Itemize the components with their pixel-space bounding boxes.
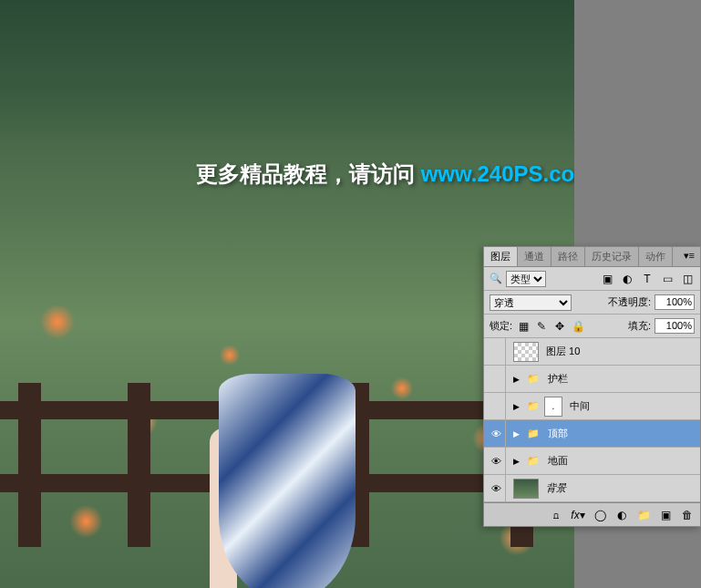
delete-layer-icon[interactable]: 🗑 (680, 508, 695, 522)
type-filter-icon[interactable]: T (640, 272, 655, 286)
person-decoration (182, 264, 365, 588)
layer-row[interactable]: 👁 ▶ 📁 地面 (484, 448, 700, 475)
layer-mask-thumb[interactable]: . (544, 397, 562, 417)
opacity-value[interactable]: 100% (655, 294, 695, 310)
fill-label: 填充: (628, 319, 651, 333)
fill-value[interactable]: 100% (655, 318, 695, 334)
smart-filter-icon[interactable]: ◫ (680, 272, 695, 286)
tab-history[interactable]: 历史记录 (585, 247, 639, 266)
visibility-toggle[interactable]: 👁 (488, 475, 506, 502)
folder-icon: 📁 (526, 373, 541, 386)
opacity-label: 不透明度: (608, 295, 651, 309)
add-mask-icon[interactable]: ◯ (593, 508, 607, 522)
watermark-text: 更多精品教程，请访问 www.240PS.com (196, 160, 574, 189)
filter-row: 🔍 类型 ▣ ◐ T ▭ ◫ (484, 267, 700, 291)
layer-name[interactable]: 地面 (544, 454, 568, 468)
filter-type-select[interactable]: 类型 (506, 271, 546, 287)
watermark-link[interactable]: www.240PS.com (421, 161, 574, 186)
folder-icon: 📁 (526, 428, 541, 440)
tab-paths[interactable]: 路径 (552, 247, 585, 266)
expand-icon[interactable]: ▶ (513, 375, 522, 384)
layer-name[interactable]: 背景 (542, 481, 566, 495)
panel-tabs: 图层 通道 路径 历史记录 动作 ▾≡ (484, 247, 700, 267)
visibility-toggle[interactable]: 👁 (488, 448, 506, 475)
new-layer-icon[interactable]: ▣ (658, 508, 673, 522)
panel-menu-icon[interactable]: ▾≡ (678, 247, 700, 266)
shape-filter-icon[interactable]: ▭ (660, 272, 675, 286)
layer-name[interactable]: 护栏 (544, 372, 568, 386)
lock-row: 锁定: ▦ ✎ ✥ 🔒 填充: 100% (484, 315, 700, 338)
layers-list: 图层 10 ▶ 📁 护栏 ▶ 📁 . 中间 👁 ▶ 📁 顶部 👁 ▶ 📁 地面 (484, 338, 700, 502)
layer-name[interactable]: 顶部 (544, 427, 568, 440)
expand-icon[interactable]: ▶ (513, 429, 522, 438)
adjustment-filter-icon[interactable]: ◐ (620, 272, 634, 286)
layer-row[interactable]: 👁 ▶ 📁 顶部 (484, 420, 700, 448)
new-group-icon[interactable]: 📁 (636, 508, 651, 522)
watermark-prefix: 更多精品教程，请访问 (196, 161, 421, 186)
layer-row[interactable]: 图层 10 (484, 338, 700, 366)
image-filter-icon[interactable]: ▣ (600, 272, 614, 286)
tab-layers[interactable]: 图层 (484, 247, 518, 266)
blend-mode-select[interactable]: 穿透 (490, 294, 572, 311)
layer-row[interactable]: 👁 背景 (484, 475, 700, 502)
search-type-icon: 🔍 (490, 273, 502, 285)
blend-row: 穿透 不透明度: 100% (484, 291, 700, 315)
expand-icon[interactable]: ▶ (513, 402, 522, 411)
visibility-toggle[interactable] (488, 366, 506, 393)
layer-row[interactable]: ▶ 📁 . 中间 (484, 393, 700, 420)
lock-position-icon[interactable]: ✥ (552, 319, 567, 334)
visibility-toggle[interactable]: 👁 (488, 420, 506, 448)
lock-label: 锁定: (490, 319, 512, 333)
tab-channels[interactable]: 通道 (518, 247, 552, 266)
layer-name[interactable]: 中间 (566, 399, 590, 413)
lock-transparency-icon[interactable]: ▦ (516, 319, 531, 334)
layer-name[interactable]: 图层 10 (542, 345, 580, 358)
visibility-toggle[interactable] (488, 338, 506, 366)
lock-all-icon[interactable]: 🔒 (571, 319, 585, 334)
layer-effects-icon[interactable]: fx▾ (571, 508, 585, 522)
lock-pixels-icon[interactable]: ✎ (534, 319, 549, 334)
folder-icon: 📁 (526, 400, 541, 413)
tab-actions[interactable]: 动作 (639, 247, 673, 266)
layer-row[interactable]: ▶ 📁 护栏 (484, 366, 700, 393)
expand-icon[interactable]: ▶ (513, 457, 522, 466)
visibility-toggle[interactable] (488, 393, 506, 420)
link-layers-icon[interactable]: ⩍ (549, 508, 563, 522)
new-adjustment-icon[interactable]: ◐ (614, 508, 629, 522)
layers-bottom-bar: ⩍ fx▾ ◯ ◐ 📁 ▣ 🗑 (484, 502, 700, 526)
folder-icon: 📁 (526, 455, 541, 468)
layers-panel: 图层 通道 路径 历史记录 动作 ▾≡ 🔍 类型 ▣ ◐ T ▭ ◫ 穿透 不透… (483, 246, 701, 527)
layer-thumb (513, 479, 539, 499)
layer-thumb (513, 342, 539, 362)
